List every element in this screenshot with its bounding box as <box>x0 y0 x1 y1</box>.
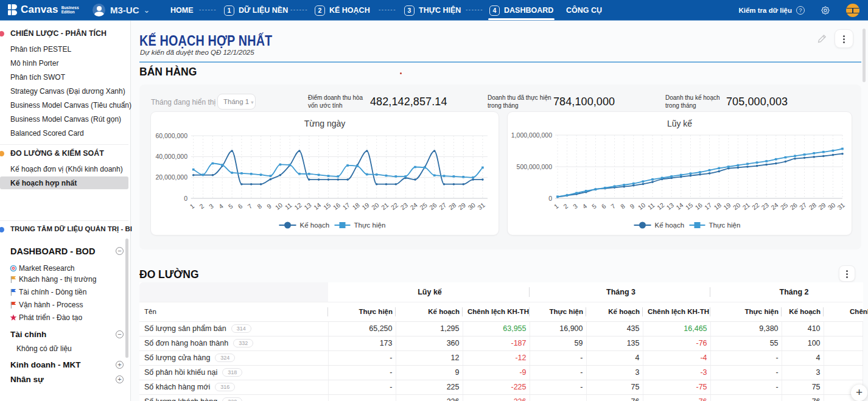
svg-text:1: 1 <box>553 202 560 210</box>
svg-text:21: 21 <box>741 201 751 211</box>
svg-text:7: 7 <box>609 202 617 210</box>
svg-text:10: 10 <box>274 201 284 211</box>
svg-text:Thực hiện: Thực hiện <box>354 221 386 229</box>
svg-text:7: 7 <box>246 202 253 210</box>
svg-text:3: 3 <box>572 202 579 210</box>
svg-text:Kế hoạch: Kế hoạch <box>655 221 685 229</box>
svg-text:17: 17 <box>703 201 713 211</box>
svg-text:16: 16 <box>693 201 704 211</box>
svg-text:30: 30 <box>827 201 837 211</box>
svg-text:31: 31 <box>476 201 486 211</box>
svg-text:3: 3 <box>208 202 215 210</box>
svg-text:13: 13 <box>303 201 313 211</box>
svg-text:25: 25 <box>418 201 429 211</box>
svg-text:19: 19 <box>722 201 732 211</box>
svg-text:9: 9 <box>628 202 635 210</box>
svg-text:22: 22 <box>390 201 400 211</box>
svg-text:10: 10 <box>637 201 647 211</box>
svg-text:16: 16 <box>332 201 342 211</box>
svg-text:28: 28 <box>807 201 817 211</box>
svg-text:500,000,000: 500,000,000 <box>517 163 553 170</box>
svg-text:6: 6 <box>600 202 607 210</box>
svg-text:18: 18 <box>712 201 723 211</box>
svg-text:15: 15 <box>322 201 332 211</box>
svg-text:23: 23 <box>760 201 770 211</box>
svg-text:60,000,000: 60,000,000 <box>155 132 187 139</box>
svg-text:14: 14 <box>312 201 323 211</box>
svg-text:11: 11 <box>646 201 656 211</box>
svg-text:15: 15 <box>684 201 695 211</box>
svg-text:20: 20 <box>732 201 742 211</box>
svg-text:1: 1 <box>188 202 195 210</box>
svg-text:28: 28 <box>447 201 458 211</box>
svg-text:8: 8 <box>256 202 263 210</box>
svg-text:29: 29 <box>817 201 827 211</box>
svg-text:4: 4 <box>581 202 588 210</box>
svg-text:20: 20 <box>370 201 380 211</box>
svg-text:9: 9 <box>265 202 273 210</box>
svg-text:18: 18 <box>351 201 361 211</box>
svg-text:27: 27 <box>438 201 448 211</box>
svg-text:25: 25 <box>779 201 789 211</box>
svg-text:24: 24 <box>769 201 780 211</box>
svg-text:1,000,000,000: 1,000,000,000 <box>511 131 552 139</box>
svg-text:2: 2 <box>198 202 205 210</box>
svg-text:0: 0 <box>184 195 187 202</box>
svg-text:6: 6 <box>236 202 243 210</box>
svg-text:13: 13 <box>665 201 675 211</box>
svg-text:26: 26 <box>788 201 799 211</box>
svg-text:Thực hiện: Thực hiện <box>709 221 741 229</box>
svg-text:5: 5 <box>227 202 234 210</box>
svg-text:40,000,000: 40,000,000 <box>155 153 187 160</box>
svg-text:19: 19 <box>360 201 371 211</box>
svg-text:12: 12 <box>293 201 303 211</box>
svg-text:20,000,000: 20,000,000 <box>155 173 187 181</box>
svg-text:5: 5 <box>590 202 598 210</box>
svg-text:11: 11 <box>284 201 293 211</box>
svg-text:0: 0 <box>548 195 552 202</box>
svg-text:23: 23 <box>399 201 409 211</box>
svg-text:17: 17 <box>341 201 351 211</box>
svg-text:12: 12 <box>656 201 666 211</box>
svg-text:29: 29 <box>457 201 467 211</box>
svg-text:22: 22 <box>751 201 761 211</box>
svg-text:24: 24 <box>408 201 419 211</box>
svg-text:8: 8 <box>619 202 626 210</box>
svg-text:4: 4 <box>217 202 225 210</box>
svg-text:2: 2 <box>562 202 569 210</box>
svg-text:30: 30 <box>466 201 477 211</box>
svg-text:26: 26 <box>428 201 438 211</box>
svg-text:27: 27 <box>798 201 808 211</box>
svg-text:Kế hoạch: Kế hoạch <box>300 221 330 229</box>
svg-text:31: 31 <box>836 201 846 211</box>
svg-text:14: 14 <box>674 201 685 211</box>
svg-text:21: 21 <box>380 201 390 211</box>
